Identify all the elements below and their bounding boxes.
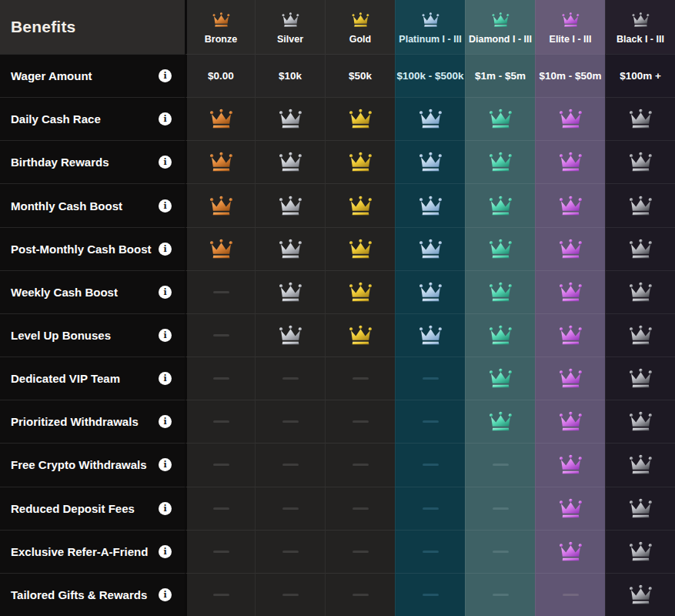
- benefit-cell: [395, 97, 465, 140]
- benefit-cell: [395, 487, 465, 530]
- tier-label: Platinum I - III: [399, 34, 461, 45]
- info-icon[interactable]: i: [159, 372, 172, 385]
- benefit-cell: [535, 357, 605, 400]
- benefit-cell: [185, 487, 255, 530]
- row-header-reduced-deposit-fees: Reduced Deposit Feesi: [0, 487, 185, 530]
- tier-label: Bronze: [205, 34, 237, 45]
- benefit-cell: [535, 270, 605, 313]
- benefit-cell: [465, 183, 535, 226]
- benefit-cell: [535, 530, 605, 573]
- dash-icon: [423, 551, 439, 553]
- crown-icon: [212, 12, 231, 28]
- benefit-label: Level Up Bonuses: [11, 329, 111, 342]
- crown-icon: [628, 541, 653, 563]
- benefit-cell: [605, 227, 675, 270]
- benefit-label: Reduced Deposit Fees: [11, 502, 135, 515]
- benefit-cell: [395, 227, 465, 270]
- benefit-cell: [255, 270, 325, 313]
- benefit-cell: [465, 530, 535, 573]
- info-icon[interactable]: i: [159, 415, 172, 428]
- info-icon[interactable]: i: [159, 156, 172, 169]
- wager-value: $1m - $5m: [475, 70, 526, 82]
- benefit-cell: [395, 183, 465, 226]
- info-icon[interactable]: i: [159, 502, 172, 515]
- dash-icon: [423, 464, 439, 466]
- benefit-cell: [325, 573, 395, 616]
- benefit-label: Weekly Cash Boost: [11, 286, 118, 299]
- info-icon[interactable]: i: [159, 243, 172, 256]
- benefit-cell: [605, 140, 675, 183]
- info-icon[interactable]: i: [159, 199, 172, 213]
- benefit-cell: [535, 97, 605, 140]
- dash-icon: [213, 377, 229, 380]
- benefit-cell: [465, 313, 535, 357]
- info-icon[interactable]: i: [159, 69, 172, 82]
- wager-cell: $0.00: [185, 54, 255, 97]
- dash-icon: [282, 464, 299, 466]
- crown-icon: [209, 151, 234, 173]
- benefit-cell: [605, 573, 675, 616]
- wager-value: $50k: [349, 70, 372, 82]
- benefit-cell: [605, 400, 675, 443]
- benefit-cell: [605, 530, 675, 573]
- benefit-cell: [185, 357, 255, 400]
- row-header-dedicated-vip-team: Dedicated VIP Teami: [0, 357, 185, 400]
- benefit-cell: [535, 227, 605, 270]
- benefit-cell: [185, 313, 255, 357]
- tier-label: Silver: [277, 34, 303, 45]
- crown-icon: [421, 12, 440, 28]
- info-icon[interactable]: i: [159, 112, 172, 126]
- benefit-label: Wager Amount: [11, 69, 92, 82]
- benefit-label: Monthly Cash Boost: [11, 199, 122, 213]
- benefit-cell: [255, 530, 325, 573]
- benefit-cell: [325, 313, 395, 357]
- tier-header-elite: Elite I - III: [535, 0, 605, 54]
- benefit-cell: [325, 183, 395, 226]
- wager-cell: $50k: [325, 54, 395, 97]
- crown-icon: [281, 12, 300, 28]
- dash-icon: [493, 464, 509, 466]
- crown-icon: [209, 238, 234, 260]
- benefit-cell: [465, 400, 535, 443]
- crown-icon: [348, 108, 373, 130]
- info-icon[interactable]: i: [159, 458, 172, 471]
- crown-icon: [628, 497, 653, 520]
- row-header-post-monthly-cash-boost: Post-Monthly Cash Boosti: [0, 227, 185, 270]
- crown-icon: [348, 281, 373, 303]
- benefit-cell: [185, 183, 255, 226]
- dash-icon: [423, 420, 439, 423]
- dash-icon: [282, 507, 299, 510]
- dash-icon: [213, 334, 229, 336]
- dash-icon: [423, 507, 439, 510]
- benefit-cell: [465, 270, 535, 313]
- benefit-cell: [255, 487, 325, 530]
- crown-icon: [558, 108, 583, 130]
- dash-icon: [563, 594, 579, 596]
- benefit-cell: [325, 530, 395, 573]
- info-icon[interactable]: i: [159, 286, 172, 299]
- benefits-header-cell: Benefits: [0, 0, 185, 54]
- benefit-label: Daily Cash Race: [11, 112, 101, 126]
- crown-icon: [209, 195, 234, 217]
- crown-icon: [278, 108, 303, 130]
- crown-icon: [418, 195, 443, 217]
- benefit-label: Tailored Gifts & Rewards: [11, 588, 147, 601]
- benefit-cell: [325, 443, 395, 486]
- crown-icon: [558, 238, 583, 260]
- dash-icon: [353, 594, 369, 596]
- dash-icon: [282, 420, 299, 423]
- dash-icon: [282, 377, 299, 380]
- benefit-cell: [605, 443, 675, 486]
- crown-icon: [418, 108, 443, 130]
- benefit-cell: [605, 97, 675, 140]
- benefit-cell: [605, 183, 675, 226]
- benefit-cell: [465, 227, 535, 270]
- dash-icon: [353, 507, 369, 510]
- crown-icon: [488, 367, 513, 390]
- crown-icon: [628, 238, 653, 260]
- tier-header-silver: Silver: [255, 0, 325, 54]
- info-icon[interactable]: i: [159, 329, 172, 342]
- info-icon[interactable]: i: [159, 545, 172, 558]
- info-icon[interactable]: i: [159, 588, 172, 601]
- dash-icon: [493, 551, 509, 553]
